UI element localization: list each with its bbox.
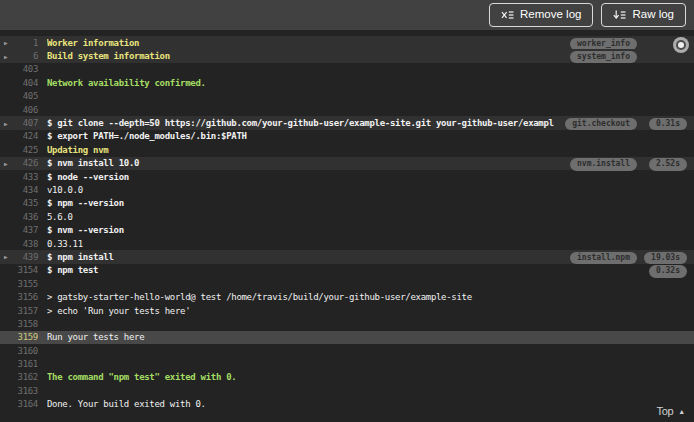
log-line-text: Worker information [47,38,554,48]
log-line-text: 5.6.0 [47,212,694,222]
line-number-link[interactable]: 405 [13,91,38,101]
fold-toggle-icon[interactable]: ▶ [0,120,13,127]
line-number-link[interactable]: 3155 [13,279,38,289]
line-number-link[interactable]: 3154 [13,265,38,275]
log-line-text: > gatsby-starter-hello-world@ test /home… [47,292,694,302]
log-toolbar: Remove log Raw log [0,0,694,30]
duration-badge: 0.32s [649,265,687,278]
job-stage-badge: nvm.install [570,158,637,171]
log-row: 3160 [0,344,694,357]
log-row: 424$ export PATH=./node_modules/.bin:$PA… [0,130,694,143]
log-line-text: Updating nvm [47,145,694,155]
line-number-link[interactable]: 438 [13,239,38,249]
line-number-link[interactable]: 439 [13,252,38,262]
raw-log-label: Raw log [632,9,674,21]
line-number-link[interactable]: 426 [13,158,38,168]
fold-toggle-icon[interactable]: ▶ [0,253,13,260]
log-row: 406 [0,103,694,116]
log-line-text: $ nvm install 10.0 [47,158,554,168]
duration-badge: 19.03s [644,252,687,265]
log-row: 3155 [0,277,694,290]
log-row: 433$ node --version [0,170,694,183]
log-line-text: > echo 'Run your tests here' [47,306,694,316]
log-line-text: $ npm test [47,265,554,275]
fold-toggle-icon[interactable]: ▶ [0,39,13,46]
log-line-text: The command "npm test" exited with 0. [47,372,694,382]
log-row: 3161 [0,357,694,370]
line-number-link[interactable]: 406 [13,105,38,115]
log-line-text: $ nvm --version [47,225,694,235]
line-number-link[interactable]: 3159 [13,332,38,342]
raw-log-icon [613,10,626,20]
log-line-text: v10.0.0 [47,185,694,195]
log-row: 3162The command "npm test" exited with 0… [0,371,694,384]
log-row: 4380.33.11 [0,237,694,250]
log-row: 434v10.0.0 [0,183,694,196]
remove-log-label: Remove log [520,9,581,21]
line-number-link[interactable]: 3162 [13,372,38,382]
log-row: 3163 [0,384,694,397]
log-line-text: Network availability confirmed. [47,78,694,88]
line-number-link[interactable]: 425 [13,145,38,155]
line-number-link[interactable]: 436 [13,212,38,222]
log-row: 3164Done. Your build exited with 0. [0,398,694,411]
log-row: 3156> gatsby-starter-hello-world@ test /… [0,290,694,303]
fold-toggle-icon[interactable]: ▶ [0,53,13,60]
line-number-link[interactable]: 3163 [13,386,38,396]
line-number-link[interactable]: 3156 [13,292,38,302]
log-row: 3154$ npm test0.32s [0,264,694,277]
log-line-text: $ npm install [47,252,554,262]
job-stage-badge: git.checkout [565,118,637,131]
log-row: ▶6Build system informationsystem_info [0,49,694,62]
line-number-link[interactable]: 1 [13,38,38,48]
line-number-link[interactable]: 434 [13,185,38,195]
up-arrow-icon: ▲ [678,408,685,415]
log-line-text: 0.33.11 [47,239,694,249]
raw-log-button[interactable]: Raw log [601,3,686,27]
line-number-link[interactable]: 407 [13,118,38,128]
log-row: 403 [0,63,694,76]
log-line-text: $ npm --version [47,198,694,208]
log-row: ▶1Worker informationworker_info [0,36,694,49]
job-stage-badge: install.npm [570,252,637,265]
duration-badge: 2.52s [649,158,687,171]
log-row: 437$ nvm --version [0,223,694,236]
log-row: 3157> echo 'Run your tests here' [0,304,694,317]
duration-badge: 0.31s [649,118,687,131]
log-line-text: Build system information [47,51,554,61]
log-row: 425Updating nvm [0,143,694,156]
line-number-link[interactable]: 437 [13,225,38,235]
top-link-label: Top [657,405,674,417]
line-number-link[interactable]: 3158 [13,319,38,329]
log-line-text: Done. Your build exited with 0. [47,399,694,409]
line-number-link[interactable]: 3164 [13,399,38,409]
log-row: ▶439$ npm installinstall.npm19.03s [0,250,694,263]
log-row: 405 [0,90,694,103]
log-rows: ▶1Worker informationworker_info▶6Build s… [0,36,694,411]
line-number-link[interactable]: 3161 [13,359,38,369]
remove-log-button[interactable]: Remove log [489,3,593,27]
log-row: 435$ npm --version [0,197,694,210]
line-number-link[interactable]: 6 [13,51,38,61]
line-number-link[interactable]: 435 [13,198,38,208]
job-stage-badge: worker_info [570,38,637,51]
line-number-link[interactable]: 433 [13,172,38,182]
line-number-link[interactable]: 403 [13,64,38,74]
line-number-link[interactable]: 424 [13,131,38,141]
remove-log-icon [501,10,514,20]
log-row: 404Network availability confirmed. [0,76,694,89]
log-row: 3159Run your tests here [0,331,694,344]
log-line-text: $ export PATH=./node_modules/.bin:$PATH [47,131,694,141]
line-number-link[interactable]: 3160 [13,346,38,356]
scroll-to-top-link[interactable]: Top ▲ [657,405,685,417]
log-line-text: Run your tests here [47,332,694,342]
log-line-text: $ git clone --depth=50 https://github.co… [47,118,554,128]
log-line-text: $ node --version [47,172,694,182]
fold-toggle-icon[interactable]: ▶ [0,160,13,167]
follow-log-toggle[interactable] [678,42,684,48]
line-number-link[interactable]: 404 [13,78,38,88]
log-row: ▶407$ git clone --depth=50 https://githu… [0,116,694,129]
log-row: ▶426$ nvm install 10.0nvm.install2.52s [0,157,694,170]
line-number-link[interactable]: 3157 [13,306,38,316]
job-stage-badge: system_info [570,51,637,64]
